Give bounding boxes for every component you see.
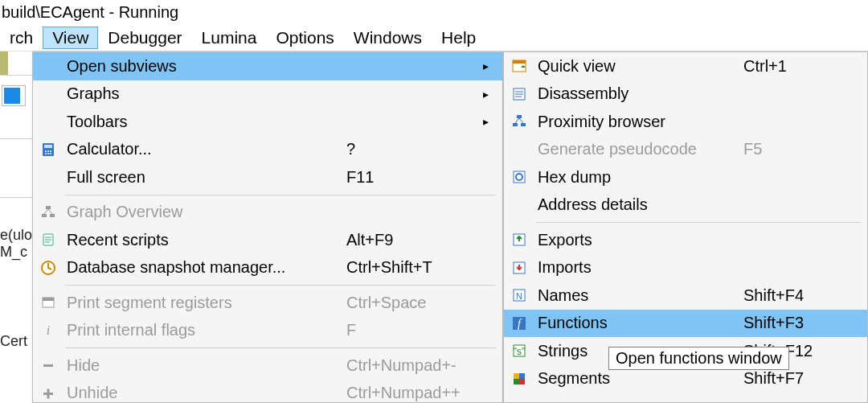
menuitem-toolbars[interactable]: Toolbars▸ (33, 108, 502, 136)
tooltip-text: Open functions window (616, 349, 782, 367)
menuitem-label: Proximity browser (534, 113, 743, 131)
exports-icon (504, 232, 534, 248)
menuitem-label: Full screen (63, 168, 346, 187)
tooltip: Open functions window (608, 347, 789, 370)
menuitem-graphs[interactable]: Graphs▸ (33, 80, 502, 109)
menuitem-shortcut: ? (346, 140, 483, 158)
svg-rect-30 (517, 115, 522, 118)
menu-view[interactable]: View (43, 27, 98, 49)
menu-help[interactable]: Help (432, 27, 485, 49)
menuitem-label: Hide (63, 356, 346, 375)
menuitem-shortcut: Ctrl+Numpad++ (346, 384, 483, 402)
toolbar-segment (0, 51, 8, 75)
calculator-icon (33, 142, 63, 158)
menuitem-disassembly[interactable]: Disassembly (504, 80, 867, 109)
svg-text:N: N (516, 291, 522, 301)
menuitem-label: Names (534, 286, 743, 305)
segments-icon (504, 371, 534, 387)
menuitem-hide: HideCtrl+Numpad+- (33, 352, 502, 380)
svg-rect-10 (50, 214, 55, 217)
menuitem-shortcut: Alt+F9 (346, 231, 483, 249)
menuitem-generate-pseudocode: Generate pseudocodeF5 (504, 136, 867, 164)
menu-lumina[interactable]: Lumina (192, 27, 267, 49)
menu-debugger[interactable]: Debugger (98, 27, 191, 49)
menuitem-open-subviews[interactable]: Open subviews▸ (33, 52, 502, 80)
bg-text-b: M_c (0, 244, 27, 260)
menuitem-print-internal-flags: iPrint internal flagsF (33, 317, 502, 345)
menuitem-shortcut: F11 (346, 168, 483, 187)
menuitem-label: Open subviews (63, 57, 346, 76)
strings-icon: "s" (504, 343, 534, 359)
menu-separator (65, 285, 496, 286)
menu-search[interactable]: rch (0, 27, 43, 49)
svg-point-7 (50, 153, 51, 154)
proximity-icon (504, 113, 534, 130)
menu-options[interactable]: Options (266, 27, 343, 49)
graph-overview-icon (33, 204, 63, 220)
menuitem-recent-scripts[interactable]: Recent scriptsAlt+F9 (33, 226, 502, 254)
menuitem-shortcut: Ctrl+1 (743, 57, 848, 76)
menuitem-label: Disassembly (534, 84, 743, 103)
info-icon: i (33, 323, 63, 339)
svg-rect-19 (43, 298, 54, 301)
menuitem-calculator[interactable]: Calculator...? (33, 136, 502, 164)
svg-rect-32 (521, 123, 526, 126)
submenu-arrow-icon: ▸ (483, 88, 502, 101)
editor-bg: e(ulo M_c Cert (0, 76, 32, 403)
menuitem-address-details[interactable]: Address details (504, 191, 867, 220)
view-menu: Open subviews▸Graphs▸Toolbars▸Calculator… (32, 51, 503, 403)
svg-line-33 (515, 118, 519, 123)
svg-rect-21 (43, 364, 53, 367)
menuitem-shortcut: Shift+F7 (743, 369, 848, 388)
svg-rect-8 (46, 206, 51, 209)
menuitem-shortcut: Ctrl+Numpad+- (346, 356, 483, 375)
menu-separator (536, 222, 861, 223)
window-title-text: build\ECAgent - Running (2, 3, 178, 22)
menu-separator (65, 347, 496, 348)
svg-rect-46 (519, 373, 525, 379)
svg-point-2 (45, 150, 47, 152)
menubar: rch View Debugger Lumina Options Windows… (0, 24, 868, 51)
imports-icon (504, 260, 534, 276)
menu-windows[interactable]: Windows (344, 27, 432, 49)
svg-point-5 (45, 153, 47, 154)
svg-text:"s": "s" (514, 346, 526, 357)
menuitem-label: Calculator... (63, 140, 346, 158)
menuitem-label: Generate pseudocode (534, 140, 743, 158)
menu-separator (65, 195, 496, 195)
svg-rect-48 (519, 379, 525, 384)
disassembly-icon (504, 86, 534, 102)
menuitem-names[interactable]: NNamesShift+F4 (504, 282, 867, 310)
menuitem-label: Database snapshot manager... (63, 258, 346, 277)
menuitem-imports[interactable]: Imports (504, 254, 867, 282)
menuitem-label: Quick view (534, 57, 743, 76)
menuitem-label: Address details (534, 195, 743, 214)
svg-rect-25 (513, 60, 526, 64)
submenu-arrow-icon: ▸ (483, 115, 502, 128)
bg-text-c: Cert (0, 333, 27, 349)
menuitem-hex-dump[interactable]: Hex dump (504, 163, 867, 191)
menuitem-exports[interactable]: Exports (504, 226, 867, 254)
svg-line-11 (44, 209, 48, 214)
menuitem-label: Exports (534, 231, 743, 249)
menuitem-label: Print internal flags (63, 321, 346, 339)
menuitem-label: Toolbars (63, 113, 346, 131)
menuitem-proximity-browser[interactable]: Proximity browser (504, 108, 867, 136)
menuitem-functions[interactable]: fFunctionsShift+F3 (504, 310, 867, 338)
snapshot-icon (33, 260, 63, 276)
svg-line-12 (48, 209, 52, 214)
quickview-icon (504, 58, 534, 74)
menuitem-shortcut: F (346, 321, 483, 339)
menuitem-quick-view[interactable]: Quick viewCtrl+1 (504, 52, 867, 80)
menuitem-database-snapshot-manager[interactable]: Database snapshot manager...Ctrl+Shift+T (33, 254, 502, 282)
hex-icon (504, 169, 534, 185)
svg-rect-9 (42, 214, 47, 217)
menuitem-shortcut: Ctrl+Shift+T (346, 258, 483, 277)
functions-icon: f (504, 315, 534, 331)
menuitem-full-screen[interactable]: Full screenF11 (33, 163, 502, 191)
menuitem-label: Segments (534, 369, 743, 388)
menuitem-label: Graphs (63, 84, 346, 103)
svg-point-3 (47, 150, 49, 152)
segment-reg-icon (33, 294, 63, 310)
bg-text-a: e(ulo (0, 227, 32, 243)
